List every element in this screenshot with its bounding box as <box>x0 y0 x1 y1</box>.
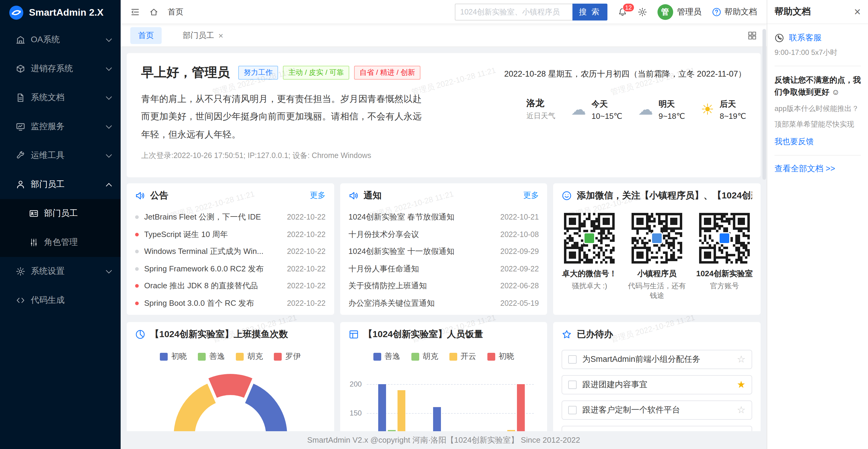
star-outline-icon[interactable]: ☆ <box>737 355 746 364</box>
star-filled-icon[interactable]: ★ <box>737 380 746 390</box>
todo-item-1[interactable]: 跟进团建内容事宜★ <box>562 375 752 394</box>
menu-fold-icon[interactable] <box>130 7 140 17</box>
sidebar-item-department-staff-page[interactable]: 部门员工 <box>0 199 121 228</box>
home-icon[interactable] <box>149 7 159 17</box>
list-item-text: Spring Framework 6.0.0 RC2 发布 <box>144 263 281 275</box>
weather-day-label: 今天 <box>591 99 622 109</box>
sidebar-item-label: 系统文档 <box>31 92 107 103</box>
sidebar-item-system-settings[interactable]: 系统设置 <box>0 257 121 286</box>
user-icon <box>16 180 25 189</box>
list-item[interactable]: 十月份技术分享会议2022-10-08 <box>340 226 547 243</box>
box-icon <box>16 64 25 73</box>
list-item[interactable]: 十月份人事任命通知2022-09-22 <box>340 260 547 278</box>
legend-label: 善逸 <box>384 351 400 362</box>
legend-item-胡克[interactable]: 胡克 <box>411 351 438 362</box>
feedback-item[interactable]: app版本什么时候能推出？ <box>775 104 861 114</box>
todo-item-3[interactable]: ☆ <box>562 426 752 431</box>
breadcrumb[interactable]: 首页 <box>168 6 183 17</box>
sidebar: SmartAdmin 2.X OA系统进销存系统系统文档监控服务运维工具部门员工… <box>0 0 121 449</box>
qr-name: 小镇程序员 <box>637 268 677 279</box>
help-panel: 帮助文档 × 联系客服 9:00-17:00 5x7小时 反馈让您不满意的点，我… <box>767 0 868 449</box>
legend-item-善逸[interactable]: 善逸 <box>198 351 225 362</box>
list-item[interactable]: Spring Boot 3.0.0 首个 RC 发布2022-10-22 <box>127 295 334 312</box>
legend-label: 初晓 <box>499 351 514 362</box>
todo-item-2[interactable]: 跟进客户定制一个软件平台☆ <box>562 400 752 420</box>
list-item-text: TypeScript 诞生 10 周年 <box>144 229 281 240</box>
close-icon[interactable]: × <box>854 6 861 18</box>
search-input[interactable] <box>455 3 572 20</box>
horn-icon <box>348 190 359 200</box>
star-icon <box>562 329 572 339</box>
weather-day-temp: 10~15℃ <box>591 111 622 120</box>
chevron-down-icon <box>106 65 112 70</box>
legend-item-罗伊[interactable]: 罗伊 <box>274 351 301 362</box>
todo-checkbox[interactable] <box>568 355 577 364</box>
settings-gear-icon[interactable] <box>637 7 647 17</box>
pie-chart-title: 【1024创新实验室】上班摸鱼次数 <box>150 328 326 340</box>
list-item[interactable]: 办公室消杀关键位置通知2022-05-19 <box>340 295 547 312</box>
bar-chart-title: 【1024创新实验室】人员饭量 <box>364 328 539 340</box>
contact-support-link[interactable]: 联系客服 <box>789 33 822 43</box>
sidebar-item-monitor-service[interactable]: 监控服务 <box>0 112 121 141</box>
legend-item-开云[interactable]: 开云 <box>449 351 476 362</box>
legend-item-初晓[interactable]: 初晓 <box>487 351 514 362</box>
list-item[interactable]: Windows Terminal 正式成为 Win...2022-10-22 <box>127 243 334 260</box>
qr-name: 1024创新实验室 <box>696 268 753 279</box>
sidebar-item-department-staff[interactable]: 部门员工 <box>0 170 121 199</box>
greeting-right: 2022-10-28 星期五，农历十月初四（当前霜降，立冬 2022-11-07… <box>417 64 746 166</box>
feedback-item[interactable]: 顶部菜单希望能尽快实现 <box>775 120 861 130</box>
legend-item-初晓[interactable]: 初晓 <box>160 351 187 362</box>
sidebar-item-system-docs[interactable]: 系统文档 <box>0 83 121 112</box>
list-item[interactable]: Spring Framework 6.0.0 RC2 发布2022-10-22 <box>127 260 334 278</box>
star-outline-icon[interactable]: ☆ <box>737 405 746 415</box>
help-docs-button[interactable]: 帮助文档 <box>712 6 757 17</box>
code-icon <box>16 295 25 305</box>
star-outline-icon[interactable]: ☆ <box>737 430 746 431</box>
notice-more-link[interactable]: 更多 <box>523 190 539 201</box>
user-menu[interactable]: 管 管理员 <box>657 4 702 20</box>
smartadmin-app: SmartAdmin 2.X OA系统进销存系统系统文档监控服务运维工具部门员工… <box>0 0 868 449</box>
sidebar-item-code-generator[interactable]: 代码生成 <box>0 286 121 315</box>
sidebar-item-inventory-system[interactable]: 进销存系统 <box>0 54 121 83</box>
layout-grid-icon[interactable] <box>747 30 757 40</box>
todo-checkbox[interactable] <box>568 406 577 414</box>
sidebar-item-ops-tools[interactable]: 运维工具 <box>0 141 121 170</box>
tab-department-staff[interactable]: 部门员工× <box>175 27 231 44</box>
sidebar-item-role-management[interactable]: 角色管理 <box>0 228 121 257</box>
tab-home[interactable]: 首页 <box>130 27 162 44</box>
contact-support[interactable]: 联系客服 <box>775 33 861 43</box>
tab-close-icon[interactable]: × <box>218 31 223 39</box>
list-item[interactable]: TypeScript 诞生 10 周年2022-10-22 <box>127 226 334 243</box>
todo-checkbox[interactable] <box>568 381 577 389</box>
legend-swatch <box>487 353 495 360</box>
announcement-more-link[interactable]: 更多 <box>310 190 326 201</box>
feedback-link[interactable]: 我也要反馈 <box>775 137 861 148</box>
view-all-docs-link[interactable]: 查看全部文档 >> <box>775 164 861 174</box>
app-logo[interactable]: SmartAdmin 2.X <box>0 0 121 25</box>
legend-swatch <box>160 353 168 360</box>
list-item[interactable]: 1024创新实验室 春节放假通知2022-10-21 <box>340 209 547 226</box>
legend-item-胡克[interactable]: 胡克 <box>236 351 263 362</box>
list-item[interactable]: JetBrains Fleet 公测，下一代 IDE2022-10-22 <box>127 209 334 226</box>
donut-slice-罗伊 <box>208 373 253 398</box>
idcard-icon <box>29 209 39 218</box>
pie-chart-card: 【1024创新实验室】上班摸鱼次数 初晓善逸胡克罗伊 <box>127 322 334 431</box>
bar-初晓-2 <box>517 384 525 431</box>
list-item[interactable]: 1024创新实验室 十一放假通知2022-09-29 <box>340 243 547 260</box>
topbar: 首页 搜 索 12 管 管理员 帮助文档 <box>121 0 767 24</box>
bar-开云-2 <box>507 430 515 431</box>
help-panel-title: 帮助文档 <box>775 6 854 18</box>
list-item[interactable]: Oracle 推出 JDK 8 的直接替代品2022-10-22 <box>127 278 334 295</box>
content: 早上好，管理员 努力工作主动 / 皮实 / 可靠自省 / 精进 / 创新 青年的… <box>121 47 767 431</box>
todo-item-0[interactable]: 为SmartAdmin前端小组分配任务☆ <box>562 350 752 369</box>
bar-group-0 <box>378 384 415 431</box>
y-tick-label: 200 <box>345 380 362 388</box>
sidebar-item-oa-system[interactable]: OA系统 <box>0 25 121 54</box>
scrollbar-thumb[interactable] <box>763 29 766 180</box>
search-button[interactable]: 搜 索 <box>572 3 607 20</box>
donut-chart <box>127 368 334 431</box>
list-item[interactable]: 关于疫情防控上班通知2022-06-28 <box>340 278 547 295</box>
notice-list: 1024创新实验室 春节放假通知2022-10-21十月份技术分享会议2022-… <box>340 207 547 312</box>
legend-item-善逸[interactable]: 善逸 <box>373 351 400 362</box>
notifications-bell[interactable]: 12 <box>617 7 627 17</box>
